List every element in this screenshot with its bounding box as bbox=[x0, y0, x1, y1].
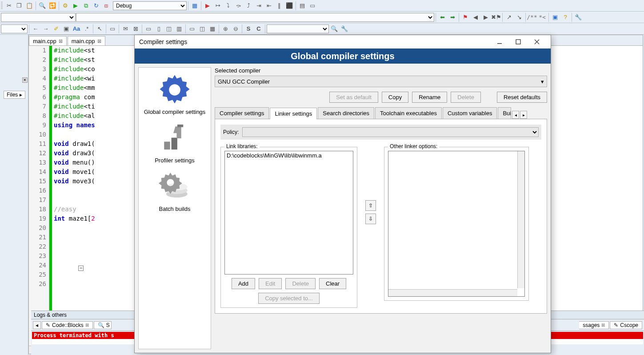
close-icon[interactable]: ⊠ bbox=[59, 38, 63, 44]
sidebar-item-global-compiler[interactable]: Global compiler settings bbox=[142, 70, 208, 117]
jump2-icon[interactable]: ↘ bbox=[514, 12, 524, 22]
bookmark-next-icon[interactable]: ▶ bbox=[481, 12, 491, 22]
cut-icon[interactable]: ✂ bbox=[4, 1, 14, 11]
debug-run-icon[interactable]: ▦ bbox=[190, 1, 200, 11]
log-tab-messages[interactable]: ssages ⊠ bbox=[579, 321, 609, 329]
tabs-scroll-right-icon[interactable]: ▸ bbox=[520, 111, 527, 119]
dock-close-icon[interactable]: ✕ bbox=[22, 77, 28, 83]
mini-combo[interactable] bbox=[1, 24, 28, 33]
dialog-titlebar[interactable]: Compiler settings bbox=[135, 35, 551, 48]
search-combo[interactable] bbox=[267, 24, 329, 33]
tab-compiler-settings[interactable]: Compiler settings bbox=[215, 107, 269, 119]
file-tab-2[interactable]: main.cpp ⊠ bbox=[68, 36, 105, 45]
log-tab-codeblocks[interactable]: ✎ Code::Blocks ⊠ bbox=[42, 321, 93, 329]
close-icon[interactable]: ⊠ bbox=[601, 323, 605, 327]
info-icon[interactable]: ▭ bbox=[308, 1, 317, 11]
tabs-scroll-left-icon[interactable]: ◂ bbox=[512, 111, 519, 119]
tab-build[interactable]: Bui bbox=[498, 107, 511, 119]
pointer-icon[interactable]: ↖ bbox=[95, 24, 104, 34]
layout3-icon[interactable]: ◫ bbox=[164, 24, 174, 34]
sidebar-item-batch[interactable]: Batch builds bbox=[153, 167, 196, 214]
library-item[interactable]: D:\codeblocks\MinGW\lib\libwinmm.a bbox=[227, 152, 351, 159]
horizontal-scrollbar[interactable] bbox=[388, 289, 517, 296]
copy-icon[interactable]: ❐ bbox=[14, 1, 24, 11]
mail-icon[interactable]: ✉ bbox=[120, 24, 130, 34]
paste-icon[interactable]: 📋 bbox=[24, 1, 34, 11]
layout2-icon[interactable]: ▯ bbox=[154, 24, 164, 34]
letter-s-icon[interactable]: S bbox=[244, 24, 253, 34]
build-run-icon[interactable]: ⧉ bbox=[81, 1, 91, 11]
uncomment-icon[interactable]: *< bbox=[537, 12, 547, 22]
layout1-icon[interactable]: ▭ bbox=[144, 24, 153, 34]
maximize-button[interactable] bbox=[509, 36, 528, 48]
gear-icon[interactable]: ⚙ bbox=[60, 1, 70, 11]
lib-clear-button[interactable]: Clear bbox=[319, 278, 346, 289]
build-target-combo[interactable]: Debug bbox=[113, 1, 187, 10]
copy-button[interactable]: Copy bbox=[382, 92, 408, 103]
run-to-cursor-icon[interactable]: ↦ bbox=[213, 1, 223, 11]
step-over-icon[interactable]: ⤼ bbox=[233, 1, 243, 11]
close-icon[interactable]: ⊠ bbox=[97, 38, 101, 44]
find-replace-icon[interactable]: 🔁 bbox=[48, 1, 57, 11]
tab-search-directories[interactable]: Search directories bbox=[318, 107, 374, 119]
vertical-scrollbar[interactable] bbox=[517, 151, 524, 288]
run-icon[interactable]: ▶ bbox=[71, 1, 80, 11]
layout6-icon[interactable]: ◫ bbox=[197, 24, 207, 34]
file-tab-1[interactable]: main.cpp ⊠ bbox=[29, 36, 67, 45]
symbol-combo[interactable] bbox=[76, 13, 434, 22]
nav-back-icon[interactable]: ⬅ bbox=[437, 12, 447, 22]
move-down-button[interactable]: ⇩ bbox=[365, 214, 376, 224]
bookmark-clear-icon[interactable]: ✖⚑ bbox=[491, 12, 501, 22]
layout5-icon[interactable]: ▭ bbox=[187, 24, 197, 34]
reset-defaults-button[interactable]: Reset defaults bbox=[497, 92, 547, 103]
letter-c-icon[interactable]: C bbox=[254, 24, 264, 34]
jump-icon[interactable]: ↗ bbox=[504, 12, 514, 22]
nav-forward-icon[interactable]: ➡ bbox=[448, 12, 457, 22]
help-icon[interactable]: ? bbox=[560, 12, 570, 22]
fold-toggle-icon[interactable]: − bbox=[78, 266, 84, 271]
minimize-button[interactable] bbox=[490, 36, 509, 48]
log-tab-cscope[interactable]: ✎ Cscope bbox=[610, 321, 642, 329]
link-libraries-listbox[interactable]: D:\codeblocks\MinGW\lib\libwinmm.a bbox=[224, 151, 353, 274]
mail2-icon[interactable]: ⊠ bbox=[131, 24, 140, 34]
bookmark-flag-icon[interactable]: ⚑ bbox=[460, 12, 470, 22]
move-up-button[interactable]: ⇧ bbox=[365, 200, 376, 211]
step-instr-icon[interactable]: ⇤ bbox=[264, 1, 274, 11]
rebuild-icon[interactable]: ↻ bbox=[91, 1, 101, 11]
search-opts-icon[interactable]: 🔧 bbox=[340, 24, 349, 34]
lib-delete-button[interactable]: Delete bbox=[285, 278, 316, 289]
debug-continue-icon[interactable]: ▶ bbox=[203, 1, 212, 11]
window-icon[interactable]: ▣ bbox=[550, 12, 560, 22]
close-button[interactable] bbox=[528, 36, 546, 48]
log-tab-search[interactable]: 🔍 S bbox=[94, 321, 112, 329]
comment-icon[interactable]: /** bbox=[527, 12, 537, 22]
next-instr-icon[interactable]: ⇥ bbox=[254, 1, 264, 11]
search-exec-icon[interactable]: 🔍 bbox=[329, 24, 339, 34]
set-as-default-button[interactable]: Set as default bbox=[329, 92, 378, 103]
layout4-icon[interactable]: ▥ bbox=[174, 24, 184, 34]
box1-icon[interactable]: ▭ bbox=[108, 24, 117, 34]
back-icon[interactable]: ← bbox=[31, 24, 40, 34]
other-linker-textarea[interactable] bbox=[388, 151, 525, 297]
zoom-in-icon[interactable]: ⊕ bbox=[220, 24, 230, 34]
files-tab[interactable]: Files ▸ bbox=[4, 91, 25, 99]
bookmark-prev-icon[interactable]: ◀ bbox=[471, 12, 480, 22]
forward-icon[interactable]: → bbox=[41, 24, 51, 34]
abort-icon[interactable]: ⦻ bbox=[101, 1, 111, 11]
step-into-icon[interactable]: ⤵ bbox=[223, 1, 233, 11]
step-out-icon[interactable]: ⤴ bbox=[244, 1, 253, 11]
lib-edit-button[interactable]: Edit bbox=[259, 278, 282, 289]
wrench-icon[interactable]: 🔧 bbox=[573, 12, 583, 22]
tab-custom-variables[interactable]: Custom variables bbox=[443, 107, 497, 119]
tab-linker-settings[interactable]: Linker settings bbox=[270, 108, 317, 119]
log-tabs-left-icon[interactable]: ◂ bbox=[33, 321, 41, 329]
zoom-out-icon[interactable]: ⊖ bbox=[231, 24, 240, 34]
copy-selected-to-button[interactable]: Copy selected to... bbox=[258, 293, 320, 304]
close-icon[interactable]: ⊠ bbox=[85, 323, 89, 327]
stop-debug-icon[interactable]: ⬛ bbox=[284, 1, 294, 11]
selected-compiler-combo[interactable]: GNU GCC Compiler ▾ bbox=[215, 76, 547, 87]
select-icon[interactable]: ▣ bbox=[61, 24, 71, 34]
delete-button[interactable]: Delete bbox=[451, 92, 481, 103]
lib-add-button[interactable]: Add bbox=[232, 278, 255, 289]
tab-toolchain-executables[interactable]: Toolchain executables bbox=[375, 107, 442, 119]
